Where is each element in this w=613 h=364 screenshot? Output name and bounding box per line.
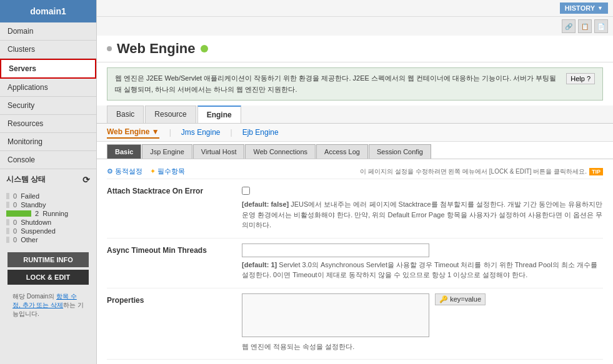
shutdown-bar — [6, 219, 9, 225]
inner-tab-basic[interactable]: Basic — [107, 144, 141, 159]
footer-link[interactable]: 항목 수정, 추가 또는 삭제 — [12, 293, 77, 308]
key-value-icon: 🔑 — [439, 295, 448, 303]
system-status-title: 시스템 상태 ⟳ — [6, 174, 90, 185]
sidebar-item-console[interactable]: Console — [0, 151, 96, 169]
settings-bar: ⚙ 동적설정 ✦ 필수항목 이 페이지의 설정을 수정하려면 왼쪽 메뉴에서 [… — [107, 164, 603, 179]
toolbar-icon-1[interactable]: 🔗 — [562, 19, 576, 33]
main-tabs: Basic Resource Engine — [107, 106, 603, 123]
field-content-async-timeout: 1 [default: 1] Servlet 3.0의 Asynchronous… — [242, 243, 603, 280]
field-label-attach-stacktrace: Attach Stacktrace On Error — [107, 184, 232, 230]
status-failed: 0 Failed — [6, 192, 90, 200]
properties-textarea[interactable] — [242, 293, 429, 337]
tab-engine[interactable]: Engine — [197, 106, 241, 123]
status-bars: 0 Failed 0 Standby 2 Running 0 Shutdown — [6, 190, 90, 247]
subtabs: Web Engine ▼ | Jms Engine | Ejb Engine — [107, 126, 603, 139]
field-content-attach-stacktrace: [default: false] JEUS에서 보내주는 에러 페이지에 Sta… — [242, 184, 603, 230]
info-text: 웹 엔진은 J2EE Web/Servlet 애플리케이션이 작동하기 위한 환… — [115, 73, 561, 95]
form-row-async-timeout: Async Timeout Min Threads 1 [default: 1]… — [107, 243, 603, 280]
form-row-attach-stacktrace: Attach Stacktrace On Error [default: fal… — [107, 184, 603, 230]
lock-edit-button[interactable]: LOCK & EDIT — [7, 270, 89, 285]
chevron-down-icon: ▼ — [152, 127, 159, 136]
runtime-info-button[interactable]: RUNTIME INFO — [7, 252, 89, 267]
star-icon: ✦ — [150, 167, 156, 175]
tip-badge: TIP — [589, 168, 603, 175]
attach-stacktrace-desc: [default: false] JEUS에서 보내주는 에러 페이지에 Sta… — [242, 199, 603, 230]
title-icon-left — [107, 46, 112, 51]
suspended-bar — [6, 228, 9, 234]
sidebar-item-monitoring[interactable]: Monitoring — [0, 133, 96, 151]
key-value-button[interactable]: 🔑 key=value — [435, 293, 486, 305]
sidebar-footer: 해당 Domain의 항목 수정, 추가 또는 삭제하는 기능입니다. — [6, 287, 90, 323]
subtab-web-engine[interactable]: Web Engine ▼ — [107, 126, 159, 139]
field-label-async-timeout: Async Timeout Min Threads — [107, 243, 232, 280]
inner-tab-virtual-host[interactable]: Virtual Host — [193, 144, 245, 159]
sidebar-item-servers[interactable]: Servers — [0, 59, 96, 79]
async-timeout-desc: [default: 1] Servlet 3.0의 Asynchronous S… — [242, 260, 603, 280]
status-running: 2 Running — [6, 210, 90, 217]
history-button[interactable]: HISTORY — [560, 2, 608, 14]
field-content-properties: 🔑 key=value 웹 엔진에 적용되는 속성을 설정한다. — [242, 293, 603, 352]
inner-tab-jsp-engine[interactable]: Jsp Engine — [142, 144, 192, 159]
other-bar — [6, 237, 9, 243]
sidebar-item-resources[interactable]: Resources — [0, 115, 96, 133]
standby-bar — [6, 202, 9, 208]
page-title: Web Engine — [107, 41, 603, 57]
subtab-ejb-engine[interactable]: Ejb Engine — [242, 127, 279, 138]
status-shutdown: 0 Shutdown — [6, 219, 90, 226]
subtab-jms-engine[interactable]: Jms Engine — [181, 127, 221, 138]
topbar: HISTORY — [97, 0, 613, 17]
gear-icon: ⚙ — [107, 167, 113, 175]
system-status: 시스템 상태 ⟳ 0 Failed 0 Standby 2 Run — [0, 169, 96, 328]
sidebar: domain1 Domain Clusters Servers Applicat… — [0, 0, 97, 364]
form-row-properties: Properties 🔑 key=value 웹 엔진에 적용되는 속성을 설정… — [107, 293, 603, 352]
info-box: 웹 엔진은 J2EE Web/Servlet 애플리케이션이 작동하기 위한 환… — [107, 67, 603, 101]
main-content: HISTORY 🔗 📋 📄 Web Engine 웹 엔진은 J2EE Web/… — [97, 0, 613, 364]
page-header: Web Engine — [97, 36, 613, 62]
subtab-sep-1: | — [169, 128, 171, 137]
properties-desc: 웹 엔진에 적용되는 속성을 설정한다. — [242, 342, 603, 352]
help-button[interactable]: Help ? — [566, 73, 595, 84]
refresh-icon[interactable]: ⟳ — [82, 175, 90, 185]
tab-resource[interactable]: Resource — [145, 106, 196, 123]
content-area: ⚙ 동적설정 ✦ 필수항목 이 페이지의 설정을 수정하려면 왼쪽 메뉴에서 [… — [97, 159, 613, 364]
running-bar — [6, 210, 31, 217]
sidebar-item-security[interactable]: Security — [0, 97, 96, 115]
settings-bar-left: ⚙ 동적설정 ✦ 필수항목 — [107, 167, 185, 176]
inner-tab-session-config[interactable]: Session Config — [369, 144, 431, 159]
status-other: 0 Other — [6, 236, 90, 243]
sidebar-item-applications[interactable]: Applications — [0, 79, 96, 97]
failed-bar — [6, 193, 9, 199]
tab-basic[interactable]: Basic — [107, 106, 144, 123]
status-suspended: 0 Suspended — [6, 227, 90, 235]
status-standby: 0 Standby — [6, 201, 90, 209]
required-link[interactable]: ✦ 필수항목 — [150, 167, 185, 176]
subtab-sep-2: | — [231, 128, 232, 137]
attach-stacktrace-checkbox[interactable] — [242, 187, 250, 195]
dynamic-settings-link[interactable]: ⚙ 동적설정 — [107, 167, 142, 176]
settings-bar-right: 이 페이지의 설정을 수정하려면 왼쪽 메뉴에서 [LOCK & EDIT] 버… — [360, 167, 603, 176]
inner-tab-web-connections[interactable]: Web Connections — [245, 144, 316, 159]
toolbar: 🔗 📋 📄 — [97, 17, 613, 36]
status-dot — [201, 45, 208, 52]
inner-tabs: Basic Jsp Engine Virtual Host Web Connec… — [97, 144, 613, 159]
sidebar-item-clusters[interactable]: Clusters — [0, 41, 96, 59]
toolbar-icon-2[interactable]: 📋 — [578, 19, 592, 33]
async-timeout-input[interactable]: 1 — [242, 243, 429, 257]
sidebar-item-domain[interactable]: Domain — [0, 22, 96, 41]
field-label-properties: Properties — [107, 293, 232, 352]
subtab-bar: Web Engine ▼ | Jms Engine | Ejb Engine — [97, 124, 613, 142]
inner-tab-access-log[interactable]: Access Log — [316, 144, 368, 159]
toolbar-icon-3[interactable]: 📄 — [594, 19, 608, 33]
main-tab-bar: Basic Resource Engine — [97, 106, 613, 124]
sidebar-logo: domain1 — [0, 0, 96, 22]
